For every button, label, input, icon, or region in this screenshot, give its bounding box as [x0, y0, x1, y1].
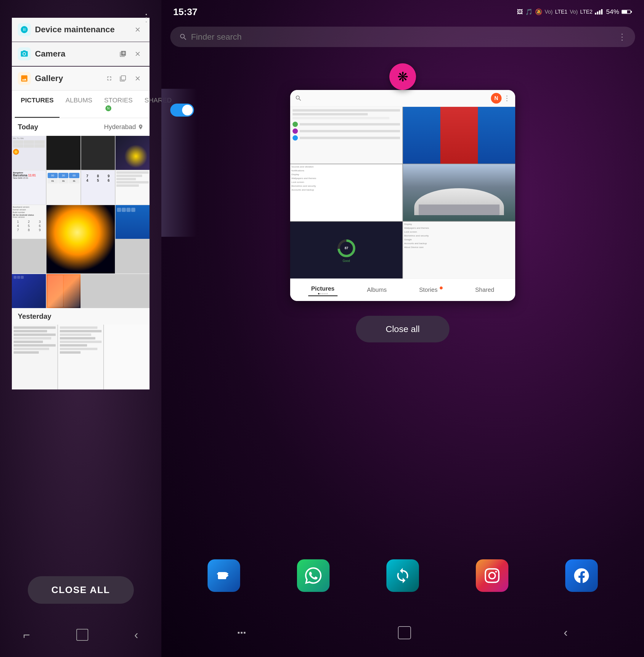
status-icons: 🖼 🎵 🔕 Vo) LTE1 Vo) LTE2 54% [517, 8, 632, 16]
right-nav-back[interactable]: ‹ [564, 626, 568, 639]
preview-cell [403, 107, 515, 164]
camera-card-header: Camera [12, 42, 150, 66]
finder-search-bar[interactable]: ⋮ [170, 27, 635, 47]
gallery-location-bar: Today Hyderabad [12, 118, 150, 136]
preview-cell [290, 107, 402, 164]
search-input[interactable] [191, 32, 618, 42]
tab-albums[interactable]: ALBUMS [60, 91, 98, 118]
nav-home[interactable] [76, 629, 88, 641]
gallery-photo[interactable] [46, 136, 80, 170]
gallery-photo[interactable] [12, 274, 46, 308]
gallery-title: Gallery [35, 74, 104, 83]
gallery-photo[interactable] [115, 170, 150, 205]
dock [161, 559, 644, 592]
tab-stories[interactable]: STORIES N [98, 91, 139, 118]
gallery-photo[interactable]: Mo Tu We 🟡 [12, 136, 46, 170]
device-maintenance-icon [18, 23, 31, 36]
svg-rect-7 [631, 11, 632, 13]
gallery-card-header: Gallery [12, 67, 150, 91]
device-maintenance-title: Device maintenance [35, 25, 132, 34]
gallery-photo[interactable] [115, 205, 150, 239]
status-time: 15:37 [173, 6, 198, 18]
camera-close[interactable] [132, 48, 144, 60]
gallery-photo[interactable]: 7 8 9 4 5 6 [81, 170, 115, 205]
gallery-photo[interactable]: Bangalore Barcelona 11:01 New Delhi 15:3… [12, 170, 46, 205]
gallery-photo[interactable] [58, 325, 104, 390]
gallery-tabs: PICTURES ALBUMS STORIES N SHARED [12, 91, 150, 118]
music-icon: 🎵 [525, 8, 533, 16]
gallery-photo[interactable]: Baseband version Kernel version Build nu… [12, 205, 46, 239]
tab-pictures[interactable]: PICTURES [15, 91, 60, 118]
preview-search-icon [295, 95, 302, 102]
yesterday-grid [12, 325, 150, 390]
gallery-grid-today: Mo Tu We 🟡 [12, 136, 150, 308]
right-nav-home[interactable] [398, 626, 411, 639]
signal-1-label: Vo) [545, 9, 553, 15]
gallery-card: Gallery PICTURES ALBUMS [12, 67, 150, 339]
nav-recent-apps[interactable]: ⌐ [23, 628, 30, 641]
gallery-photo[interactable] [12, 325, 58, 390]
preview-screenshot: Sounds and vibration Notifications Displ… [290, 107, 515, 279]
stories-indicator [440, 286, 443, 289]
dock-app-instagram[interactable] [476, 559, 508, 592]
yesterday-label: Yesterday [12, 308, 150, 325]
preview-tab-albums[interactable]: Albums [364, 285, 390, 295]
instagram-icon [485, 568, 500, 583]
device-maintenance-card-header: Device maintenance [12, 18, 150, 42]
preview-car-cell [403, 164, 515, 221]
right-nav-recent[interactable] [238, 632, 246, 634]
camera-icon [18, 47, 31, 61]
svg-point-1 [23, 53, 25, 55]
nav-back[interactable]: ‹ [134, 628, 138, 641]
search-icon [179, 33, 187, 41]
device-maintenance-close[interactable] [132, 24, 144, 36]
search-more-icon[interactable]: ⋮ [618, 32, 626, 42]
dock-app-whatsapp[interactable] [297, 559, 329, 592]
camera-title: Camera [35, 49, 117, 58]
svg-rect-12 [218, 572, 226, 579]
gallery-preview-card: N ⋮ [290, 90, 515, 301]
battery-label: 54% [606, 8, 619, 16]
gallery-fullscreen-btn[interactable] [104, 72, 115, 84]
preview-tab-pictures[interactable]: Pictures [308, 283, 338, 296]
signal-2-label: Vo) [570, 9, 578, 15]
gallery-photo[interactable] [104, 325, 150, 390]
gallery-photo[interactable] [115, 136, 150, 170]
preview-more-icon: ⋮ [503, 94, 510, 102]
right-panel: 15:37 🖼 🎵 🔕 Vo) LTE1 Vo) LTE2 54% [161, 0, 644, 657]
svg-rect-4 [599, 10, 600, 15]
dock-app-facebook[interactable] [565, 559, 598, 592]
dock-app-zoom[interactable] [208, 559, 240, 592]
dock-app-sync[interactable] [386, 559, 419, 592]
preview-tab-stories[interactable]: Stories [416, 285, 445, 295]
media-icon: 🖼 [517, 8, 523, 16]
svg-rect-3 [597, 11, 598, 15]
gallery-split-btn[interactable] [117, 72, 129, 84]
location-label: Hyderabad [104, 123, 144, 131]
facebook-icon [574, 568, 589, 583]
gallery-photo[interactable] [81, 136, 115, 170]
today-label: Today [18, 123, 38, 131]
mute-icon: 🔕 [535, 8, 543, 16]
gallery-close[interactable] [132, 72, 144, 84]
gallery-photo[interactable] [46, 274, 80, 308]
close-all-right-container: Close all [161, 316, 644, 343]
lte1-label: LTE1 [555, 9, 568, 15]
recent-apps-stack: Device maintenance Camera [12, 18, 150, 349]
stories-badge: N [106, 105, 111, 111]
right-bottom-nav: ‹ [161, 626, 644, 639]
gallery-photo[interactable]: 00 30 00 01 31 31 [46, 170, 80, 205]
donut-chart: 87 [336, 238, 357, 259]
preview-tab-shared[interactable]: Shared [472, 285, 498, 295]
gallery-photo[interactable] [46, 205, 115, 274]
three-dots-menu[interactable]: ⋮ [141, 12, 153, 24]
app-preview-container: ❋ N ⋮ [161, 77, 644, 301]
camera-split-btn[interactable] [117, 48, 129, 60]
svg-rect-2 [595, 13, 596, 15]
status-bar: 15:37 🖼 🎵 🔕 Vo) LTE1 Vo) LTE2 54% [161, 0, 644, 24]
close-all-button[interactable]: CLOSE ALL [27, 576, 134, 604]
gallery-app-icon: ❋ [389, 63, 416, 90]
preview-bottom-tabs: Pictures Albums Stories [290, 279, 515, 301]
left-bottom-nav: ⌐ ‹ [0, 613, 161, 657]
close-all-right-button[interactable]: Close all [356, 316, 449, 343]
